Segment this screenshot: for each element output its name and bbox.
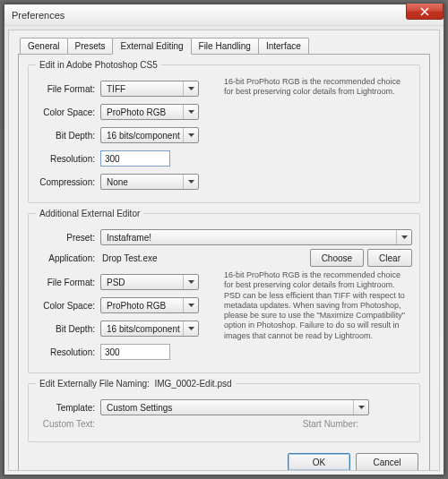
file-format-value-2: PSD — [107, 278, 125, 287]
label-custom-text: Custom Text: — [36, 419, 100, 429]
bit-depth-value: 16 bits/component — [107, 131, 180, 141]
chevron-down-icon — [183, 175, 194, 189]
tab-general[interactable]: General — [20, 38, 68, 54]
titlebar: Preferences — [4, 4, 444, 26]
compression-dropdown[interactable]: None — [100, 174, 199, 190]
chevron-down-icon — [183, 298, 194, 312]
bit-depth-value-2: 16 bits/component — [107, 324, 180, 334]
label-color-space-2: Color Space: — [36, 301, 100, 311]
label-template: Template: — [36, 403, 100, 413]
template-value: Custom Settings — [107, 403, 172, 413]
info-text-additional: 16-bit ProPhoto RGB is the recommended c… — [215, 270, 412, 364]
preferences-window: Preferences General Presets External Edi… — [4, 4, 444, 475]
chevron-down-icon — [183, 81, 194, 96]
template-dropdown[interactable]: Custom Settings — [100, 399, 369, 415]
preset-dropdown[interactable]: Instaframe! — [100, 229, 412, 245]
resolution-input[interactable] — [100, 150, 170, 167]
close-icon — [420, 7, 429, 16]
file-naming-legend-prefix: Edit Externally File Naming: — [39, 379, 150, 389]
label-file-format: File Format: — [36, 84, 100, 94]
choose-button[interactable]: Choose — [310, 249, 364, 267]
chevron-down-icon — [396, 230, 408, 244]
group-file-naming: Edit Externally File Naming: IMG_0002-Ed… — [28, 379, 420, 442]
chevron-down-icon — [183, 321, 194, 336]
info-text-photoshop: 16-bit ProPhoto RGB is the recommended c… — [215, 77, 412, 193]
tab-interface[interactable]: Interface — [258, 38, 309, 54]
bit-depth-dropdown-2[interactable]: 16 bits/component — [100, 321, 199, 337]
label-start-number: Start Number: — [303, 419, 358, 429]
tab-external-editing[interactable]: External Editing — [112, 38, 191, 55]
tab-file-handling[interactable]: File Handling — [191, 38, 259, 54]
client-area: General Presets External Editing File Ha… — [8, 30, 440, 471]
label-color-space: Color Space: — [36, 107, 100, 117]
group-edit-photoshop: Edit in Adobe Photoshop CS5 File Format:… — [28, 60, 420, 203]
chevron-down-icon — [183, 128, 194, 142]
chevron-down-icon — [183, 275, 194, 289]
chevron-down-icon — [353, 400, 365, 415]
group-additional-editor-legend: Additional External Editor — [36, 209, 143, 218]
label-resolution-2: Resolution: — [36, 347, 100, 357]
window-title: Preferences — [12, 10, 65, 21]
group-edit-photoshop-legend: Edit in Adobe Photoshop CS5 — [36, 60, 161, 70]
color-space-dropdown[interactable]: ProPhoto RGB — [100, 104, 199, 120]
application-value: Drop Test.exe — [100, 253, 158, 263]
resolution-input-2[interactable] — [100, 344, 170, 360]
close-button[interactable] — [406, 4, 444, 20]
label-bit-depth-2: Bit Depth: — [36, 324, 100, 334]
file-naming-legend-value: IMG_0002-Edit.psd — [154, 379, 231, 389]
tab-presets[interactable]: Presets — [67, 38, 114, 54]
clear-button[interactable]: Clear — [367, 249, 412, 267]
ok-button[interactable]: OK — [288, 453, 350, 471]
preset-value: Instaframe! — [107, 233, 151, 243]
file-format-dropdown-2[interactable]: PSD — [100, 274, 199, 290]
dialog-footer: OK Cancel — [28, 448, 420, 471]
color-space-dropdown-2[interactable]: ProPhoto RGB — [100, 297, 199, 313]
label-application: Application: — [36, 253, 100, 263]
group-additional-editor: Additional External Editor Preset: Insta… — [28, 209, 420, 373]
file-format-value: TIFF — [107, 84, 125, 94]
tab-panel-external-editing: Edit in Adobe Photoshop CS5 File Format:… — [18, 54, 430, 471]
chevron-down-icon — [183, 105, 194, 119]
tabstrip: General Presets External Editing File Ha… — [20, 38, 430, 54]
file-format-dropdown[interactable]: TIFF — [100, 81, 199, 97]
label-compression: Compression: — [36, 177, 100, 187]
color-space-value-2: ProPhoto RGB — [107, 301, 166, 311]
bit-depth-dropdown[interactable]: 16 bits/component — [100, 127, 199, 143]
compression-value: None — [107, 177, 128, 187]
label-bit-depth: Bit Depth: — [36, 131, 100, 141]
cancel-button[interactable]: Cancel — [356, 453, 418, 471]
label-file-format-2: File Format: — [36, 278, 100, 287]
group-file-naming-legend: Edit Externally File Naming: IMG_0002-Ed… — [36, 379, 236, 389]
color-space-value: ProPhoto RGB — [107, 107, 166, 117]
label-preset: Preset: — [36, 233, 100, 243]
label-resolution: Resolution: — [36, 154, 100, 164]
